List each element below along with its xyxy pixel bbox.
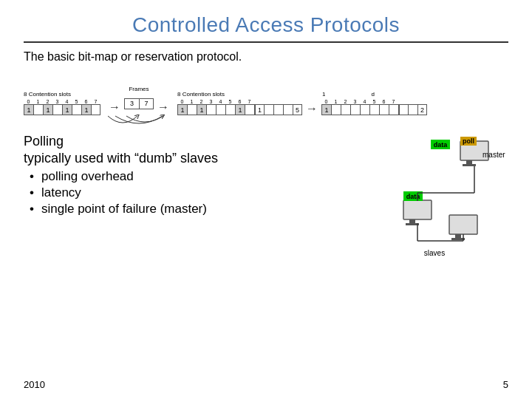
bm-section4: 1 d 0 1 2 3 4 5 6 7 1 bbox=[321, 91, 427, 115]
lower-content: Polling typically used with “dumb” slave… bbox=[24, 134, 508, 370]
bm-section3-label: 8 Contention slots bbox=[177, 91, 302, 99]
bm-cell: 7 bbox=[139, 98, 154, 109]
frames-cells: 3 7 bbox=[124, 98, 154, 109]
bm-num: 1 bbox=[33, 99, 43, 104]
svg-text:master: master bbox=[482, 151, 505, 159]
subtitle: The basic bit-map or reservation protoco… bbox=[24, 50, 508, 64]
svg-rect-1 bbox=[466, 160, 472, 164]
bm-section1: 8 Contention slots 0 1 2 3 4 5 6 7 1 1 1… bbox=[24, 91, 100, 115]
bm-section1-cells: 1 1 1 1 bbox=[24, 104, 100, 115]
arrow-right3: → bbox=[302, 102, 321, 115]
bm-section3: 8 Contention slots 0 1 2 3 4 5 6 7 1 1 1 bbox=[177, 91, 302, 115]
bm-num: 3 bbox=[52, 99, 62, 104]
bm-section1-label: 8 Contention slots bbox=[24, 91, 100, 99]
bullet-list: polling overhead latency single point of… bbox=[24, 169, 331, 216]
footer: 2010 5 bbox=[24, 376, 508, 390]
bm-cell: 1 bbox=[43, 104, 52, 115]
bm-cell: 3 bbox=[124, 98, 139, 109]
bm-section1-nums: 0 1 2 3 4 5 6 7 bbox=[24, 99, 100, 104]
polling-subtitle: typically used with “dumb” slaves bbox=[24, 151, 331, 166]
bullet-polling-overhead: polling overhead bbox=[41, 169, 331, 184]
svg-text:data: data bbox=[406, 193, 421, 200]
page-title: Controlled Access Protocols bbox=[24, 13, 508, 37]
frames-section: Frames → 3 7 → bbox=[100, 86, 177, 131]
svg-rect-14 bbox=[449, 215, 477, 234]
bm-cell bbox=[33, 104, 43, 115]
bm-cell bbox=[91, 104, 100, 115]
frames-arrow-cells: → 3 7 → bbox=[105, 93, 173, 114]
svg-rect-9 bbox=[403, 200, 432, 219]
footer-year: 2010 bbox=[24, 379, 45, 390]
svg-text:slaves: slaves bbox=[424, 249, 445, 257]
bm-num: 7 bbox=[91, 99, 100, 104]
polling-title: Polling bbox=[24, 134, 331, 149]
net-svg: data poll master data bbox=[346, 134, 508, 263]
svg-rect-2 bbox=[463, 164, 476, 166]
bm-cell: 1 bbox=[62, 104, 72, 115]
svg-text:poll: poll bbox=[463, 137, 474, 145]
bm-num: 4 bbox=[62, 99, 72, 104]
curved-arrows-svg bbox=[100, 115, 177, 131]
network-diagram: data poll master data bbox=[346, 134, 508, 263]
svg-rect-10 bbox=[409, 219, 415, 223]
bitmap-diagram: 8 Contention slots 0 1 2 3 4 5 6 7 1 1 1… bbox=[24, 72, 508, 134]
bullet-single-point: single point of failure (master) bbox=[41, 202, 331, 216]
bm-num: 2 bbox=[43, 99, 52, 104]
bullet-latency: latency bbox=[41, 185, 331, 200]
bm-cell: 1 bbox=[24, 104, 33, 115]
text-content: Polling typically used with “dumb” slave… bbox=[24, 134, 346, 218]
title-divider bbox=[24, 41, 508, 43]
svg-text:data: data bbox=[434, 141, 449, 149]
arrow-right: → bbox=[105, 100, 124, 114]
bm-section3-cells: 1 1 1 1 5 bbox=[177, 104, 302, 115]
bm-section3-nums: 0 1 2 3 4 5 6 7 bbox=[177, 99, 302, 104]
bm-cell bbox=[52, 104, 62, 115]
bm-num: 6 bbox=[81, 99, 91, 104]
page: Controlled Access Protocols The basic bi… bbox=[0, 0, 532, 399]
footer-page: 5 bbox=[503, 379, 508, 390]
bm-cell bbox=[72, 104, 81, 115]
bm-num: 5 bbox=[72, 99, 81, 104]
bm-section4-top: 1 d bbox=[321, 91, 427, 99]
bm-num: 0 bbox=[24, 99, 33, 104]
frames-cells-row: 3 7 bbox=[124, 98, 154, 109]
frames-label: Frames bbox=[129, 86, 149, 92]
arrow-right2: → bbox=[154, 100, 173, 114]
svg-rect-15 bbox=[455, 234, 461, 238]
bm-cell: 1 bbox=[81, 104, 91, 115]
